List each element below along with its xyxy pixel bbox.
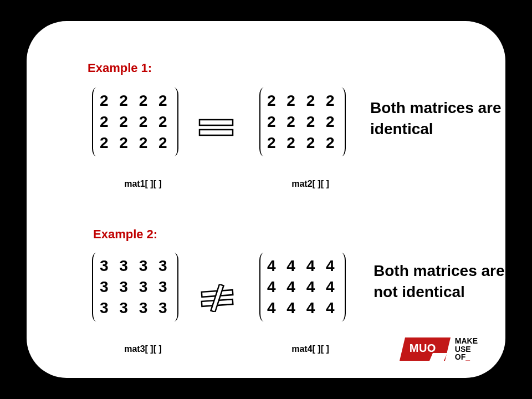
svg-rect-0 bbox=[200, 120, 233, 125]
matrix-row: 2 2 2 2 bbox=[100, 113, 171, 131]
svg-rect-1 bbox=[200, 130, 233, 135]
example-1-label: Example 1: bbox=[88, 61, 152, 75]
matrix-row: 2 2 2 2 bbox=[267, 134, 338, 152]
muo-logo-wordmark: MAKE USE OF_ bbox=[455, 337, 478, 361]
matrix-3-rows: 3 3 3 3 3 3 3 3 3 3 3 3 bbox=[100, 257, 171, 317]
logo-cursor: _ bbox=[466, 353, 470, 361]
matrix-1: 2 2 2 2 2 2 2 2 2 2 2 2 bbox=[92, 88, 178, 156]
matrix-2: 2 2 2 2 2 2 2 2 2 2 2 2 bbox=[259, 88, 346, 156]
matrix-1-caption: mat1[ ][ ] bbox=[99, 179, 187, 189]
matrix-4-rows: 4 4 4 4 4 4 4 4 4 4 4 4 bbox=[267, 257, 338, 317]
matrix-row: 3 3 3 3 bbox=[100, 299, 171, 317]
muo-logo-badge-text: MUO bbox=[410, 342, 436, 355]
matrix-row: 4 4 4 4 bbox=[267, 299, 338, 317]
example-1-result: Both matrices are identical bbox=[370, 98, 520, 140]
matrix-3-caption: mat3[ ][ ] bbox=[99, 344, 187, 354]
matrix-row: 3 3 3 3 bbox=[100, 257, 171, 275]
content-card: Example 1: 2 2 2 2 2 2 2 2 2 2 2 2 mat1[… bbox=[27, 21, 505, 378]
muo-logo: MUO MAKE USE OF_ bbox=[400, 337, 478, 361]
matrix-row: 2 2 2 2 bbox=[100, 134, 171, 152]
matrix-3: 3 3 3 3 3 3 3 3 3 3 3 3 bbox=[92, 253, 178, 321]
example-2-result: Both matrices are not identical bbox=[374, 260, 523, 303]
matrix-row: 4 4 4 4 bbox=[267, 278, 338, 296]
matrix-4-caption: mat4[ ][ ] bbox=[266, 344, 355, 354]
matrix-row: 2 2 2 2 bbox=[267, 92, 338, 110]
matrix-4: 4 4 4 4 4 4 4 4 4 4 4 4 bbox=[259, 253, 346, 321]
matrix-row: 4 4 4 4 bbox=[267, 257, 338, 275]
logo-line-3: OF_ bbox=[455, 353, 478, 361]
matrix-row: 2 2 2 2 bbox=[267, 113, 338, 131]
equals-icon bbox=[198, 116, 236, 139]
matrix-1-rows: 2 2 2 2 2 2 2 2 2 2 2 2 bbox=[100, 92, 171, 152]
example-2-label: Example 2: bbox=[93, 227, 157, 242]
matrix-2-caption: mat2[ ][ ] bbox=[266, 179, 355, 189]
matrix-row: 2 2 2 2 bbox=[100, 92, 171, 110]
muo-logo-badge: MUO bbox=[400, 337, 451, 361]
not-equals-icon bbox=[200, 284, 237, 306]
matrix-row: 3 3 3 3 bbox=[100, 278, 171, 296]
matrix-2-rows: 2 2 2 2 2 2 2 2 2 2 2 2 bbox=[267, 92, 338, 152]
logo-line-1: MAKE bbox=[455, 337, 478, 345]
logo-line-2: USE bbox=[455, 345, 478, 354]
svg-rect-4 bbox=[211, 284, 223, 312]
